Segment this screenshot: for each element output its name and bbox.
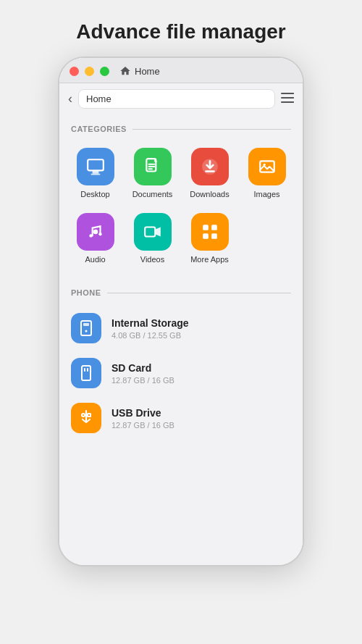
phone-list-name-sdcard: SD Card: [111, 362, 174, 374]
phone-list-item-usb[interactable]: USB Drive12.87 GB / 16 GB: [59, 396, 303, 440]
svg-rect-23: [203, 233, 209, 239]
svg-rect-5: [291, 101, 294, 103]
phone-frame: Home ‹ CATEGORIES DesktopDocum: [58, 57, 304, 566]
category-icon-documents: [134, 148, 172, 185]
category-item-desktop[interactable]: Desktop: [67, 142, 124, 207]
phone-list-item-internal[interactable]: Internal Storage4.08 GB / 12.55 GB: [59, 306, 303, 351]
phone-section-header: PHONE: [59, 278, 303, 303]
svg-rect-22: [211, 225, 217, 230]
phone-list-sub-sdcard: 12.87 GB / 16 GB: [111, 376, 174, 385]
svg-rect-4: [291, 97, 294, 99]
phone-list: Internal Storage4.08 GB / 12.55 GBSD Car…: [59, 303, 303, 443]
phone-list-icon-usb: [71, 403, 101, 433]
category-label-videos: Videos: [140, 255, 164, 264]
svg-rect-32: [88, 414, 90, 417]
svg-rect-6: [88, 159, 104, 170]
category-icon-videos: [134, 213, 172, 251]
category-item-documents[interactable]: Documents: [124, 142, 181, 207]
svg-point-18: [89, 234, 92, 237]
category-label-downloads: Downloads: [190, 190, 229, 198]
phone-inner: Home ‹ CATEGORIES DesktopDocum: [59, 58, 303, 565]
phone-list-name-internal: Internal Storage: [111, 317, 189, 329]
phone-list-info-internal: Internal Storage4.08 GB / 12.55 GB: [111, 317, 189, 340]
svg-point-19: [98, 233, 101, 235]
category-item-moreapps[interactable]: More Apps: [181, 207, 238, 272]
category-item-videos[interactable]: Videos: [124, 207, 181, 272]
category-item-images[interactable]: Images: [238, 142, 295, 207]
category-label-moreapps: More Apps: [190, 255, 229, 264]
svg-rect-21: [203, 225, 209, 230]
svg-point-17: [93, 230, 98, 235]
traffic-light-green[interactable]: [100, 67, 109, 76]
svg-rect-29: [84, 368, 85, 372]
phone-list-info-sdcard: SD Card12.87 GB / 16 GB: [111, 362, 174, 385]
window-title-area: Home: [119, 65, 160, 77]
svg-rect-26: [83, 323, 89, 326]
categories-section-header: CATEGORIES: [59, 114, 303, 139]
category-icon-downloads: [191, 148, 229, 185]
svg-rect-7: [92, 170, 98, 173]
category-label-images: Images: [253, 190, 279, 198]
list-view-icon[interactable]: [281, 93, 294, 106]
category-label-audio: Audio: [85, 255, 105, 264]
address-input[interactable]: [78, 89, 275, 109]
svg-point-27: [85, 330, 88, 333]
page-title: Advance file manager: [62, 0, 300, 57]
phone-list-icon-internal: [71, 313, 101, 343]
category-item-downloads[interactable]: Downloads: [181, 142, 238, 207]
traffic-light-red[interactable]: [70, 67, 79, 76]
back-button[interactable]: ‹: [68, 91, 72, 106]
content-area: CATEGORIES DesktopDocumentsDownloadsImag…: [59, 114, 303, 455]
category-icon-moreapps: [191, 213, 229, 251]
svg-rect-15: [260, 161, 274, 172]
categories-grid: DesktopDocumentsDownloadsImagesAudioVide…: [59, 139, 303, 278]
category-icon-audio: [77, 213, 114, 251]
category-label-documents: Documents: [132, 190, 173, 198]
svg-rect-20: [145, 227, 155, 237]
category-label-desktop: Desktop: [80, 190, 109, 198]
category-icon-images: [248, 148, 286, 185]
phone-list-icon-sdcard: [71, 358, 101, 388]
svg-rect-28: [82, 366, 90, 380]
category-item-audio[interactable]: Audio: [67, 207, 124, 272]
svg-rect-8: [90, 174, 100, 175]
phone-list-sub-internal: 4.08 GB / 12.55 GB: [111, 331, 189, 340]
svg-point-31: [82, 414, 85, 417]
svg-rect-24: [211, 233, 217, 239]
category-icon-desktop: [77, 148, 114, 185]
traffic-light-orange[interactable]: [85, 67, 94, 76]
phone-list-item-sdcard[interactable]: SD Card12.87 GB / 16 GB: [59, 351, 303, 396]
svg-rect-3: [291, 93, 294, 94]
phone-list-name-usb: USB Drive: [111, 407, 174, 419]
window-chrome: Home: [59, 58, 303, 83]
phone-list-sub-usb: 12.87 GB / 16 GB: [111, 421, 174, 430]
address-bar: ‹: [59, 83, 303, 114]
phone-list-info-usb: USB Drive12.87 GB / 16 GB: [111, 407, 174, 430]
window-title: Home: [135, 66, 160, 77]
svg-rect-30: [87, 368, 88, 372]
home-icon: [119, 65, 131, 77]
